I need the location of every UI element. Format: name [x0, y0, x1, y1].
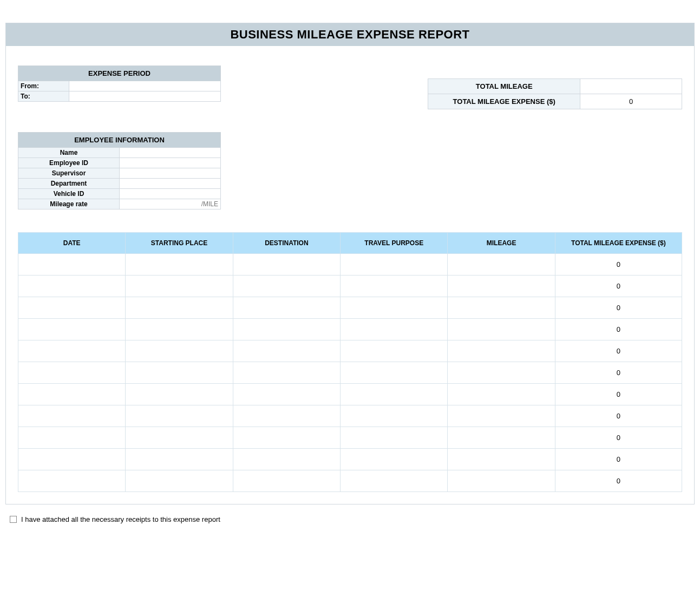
- date-input[interactable]: [21, 456, 123, 463]
- starting-input[interactable]: [128, 434, 230, 442]
- mileage-input[interactable]: [450, 477, 552, 485]
- purpose-input[interactable]: [343, 412, 445, 420]
- mileage-input[interactable]: [450, 326, 552, 333]
- starting-input[interactable]: [128, 477, 230, 485]
- destination-input[interactable]: [235, 391, 338, 398]
- date-input[interactable]: [21, 412, 123, 420]
- starting-input[interactable]: [128, 283, 230, 290]
- destination-input[interactable]: [235, 456, 338, 463]
- starting-input[interactable]: [128, 261, 230, 268]
- starting-input[interactable]: [128, 369, 230, 377]
- cell-starting: [126, 449, 233, 470]
- cell-starting: [126, 276, 233, 297]
- purpose-input[interactable]: [343, 369, 445, 377]
- mileage-input[interactable]: [450, 369, 552, 377]
- cell-destination: [233, 449, 340, 470]
- date-input[interactable]: [21, 477, 123, 485]
- cell-date: [18, 427, 126, 449]
- cell-destination: [233, 427, 340, 449]
- date-input[interactable]: [21, 326, 123, 333]
- date-input[interactable]: [21, 261, 123, 268]
- starting-input[interactable]: [128, 304, 230, 312]
- date-input[interactable]: [21, 283, 123, 290]
- destination-input[interactable]: [235, 283, 338, 290]
- mileage-input[interactable]: [450, 391, 552, 398]
- cell-total: 0: [555, 297, 682, 319]
- cell-destination: [233, 362, 340, 384]
- cell-mileage: [448, 362, 555, 384]
- employee-id-label: Employee ID: [18, 158, 120, 168]
- cell-date: [18, 254, 126, 276]
- from-value-cell: [69, 81, 221, 91]
- purpose-input[interactable]: [343, 283, 445, 290]
- from-input[interactable]: [71, 82, 219, 90]
- name-label: Name: [18, 148, 120, 158]
- purpose-input[interactable]: [343, 348, 445, 355]
- mileage-input[interactable]: [450, 261, 552, 268]
- destination-input[interactable]: [235, 261, 338, 268]
- destination-input[interactable]: [235, 326, 338, 333]
- department-input[interactable]: [122, 180, 218, 187]
- cell-date: [18, 297, 126, 319]
- date-input[interactable]: [21, 369, 123, 377]
- employee-id-cell: [120, 158, 221, 168]
- destination-input[interactable]: [235, 477, 338, 485]
- mileage-input[interactable]: [450, 348, 552, 355]
- starting-input[interactable]: [128, 456, 230, 463]
- starting-input[interactable]: [128, 391, 230, 398]
- col-destination: DESTINATION: [233, 233, 340, 254]
- mileage-input[interactable]: [450, 304, 552, 312]
- mileage-input[interactable]: [450, 412, 552, 420]
- purpose-input[interactable]: [343, 477, 445, 485]
- name-input[interactable]: [122, 149, 218, 156]
- cell-destination: [233, 384, 340, 405]
- department-cell: [120, 179, 221, 189]
- supervisor-input[interactable]: [122, 169, 218, 177]
- starting-input[interactable]: [128, 348, 230, 355]
- top-row: EXPENSE PERIOD From: To:: [18, 65, 682, 109]
- date-input[interactable]: [21, 391, 123, 398]
- destination-input[interactable]: [235, 434, 338, 442]
- cell-starting: [126, 319, 233, 340]
- table-row: 0: [18, 470, 682, 492]
- col-purpose: TRAVEL PURPOSE: [341, 233, 448, 254]
- cell-total: 0: [555, 276, 682, 297]
- purpose-input[interactable]: [343, 326, 445, 333]
- mileage-input[interactable]: [450, 434, 552, 442]
- cell-destination: [233, 470, 340, 492]
- cell-purpose: [341, 384, 448, 405]
- date-input[interactable]: [21, 434, 123, 442]
- starting-input[interactable]: [128, 326, 230, 333]
- vehicle-id-input[interactable]: [122, 190, 218, 198]
- mileage-rate-input[interactable]: [122, 200, 218, 208]
- mileage-input[interactable]: [450, 456, 552, 463]
- cell-purpose: [341, 254, 448, 276]
- date-input[interactable]: [21, 304, 123, 312]
- mileage-table-wrap: DATE STARTING PLACE DESTINATION TRAVEL P…: [18, 232, 682, 492]
- table-row: 0: [18, 384, 682, 405]
- cell-purpose: [341, 340, 448, 362]
- purpose-input[interactable]: [343, 434, 445, 442]
- table-row: 0: [18, 340, 682, 362]
- to-input[interactable]: [71, 93, 219, 100]
- table-header-row: DATE STARTING PLACE DESTINATION TRAVEL P…: [18, 233, 682, 254]
- mileage-input[interactable]: [450, 283, 552, 290]
- totals-table: TOTAL MILEAGE TOTAL MILEAGE EXPENSE ($) …: [428, 78, 682, 109]
- cell-mileage: [448, 297, 555, 319]
- purpose-input[interactable]: [343, 261, 445, 268]
- purpose-input[interactable]: [343, 391, 445, 398]
- cell-mileage: [448, 449, 555, 470]
- table-row: 0: [18, 254, 682, 276]
- destination-input[interactable]: [235, 369, 338, 377]
- destination-input[interactable]: [235, 304, 338, 312]
- purpose-input[interactable]: [343, 456, 445, 463]
- destination-input[interactable]: [235, 412, 338, 420]
- receipts-checkbox[interactable]: [10, 516, 17, 523]
- cell-mileage: [448, 470, 555, 492]
- employee-id-input[interactable]: [122, 159, 218, 167]
- destination-input[interactable]: [235, 348, 338, 355]
- starting-input[interactable]: [128, 412, 230, 420]
- table-row: 0: [18, 276, 682, 297]
- purpose-input[interactable]: [343, 304, 445, 312]
- date-input[interactable]: [21, 348, 123, 355]
